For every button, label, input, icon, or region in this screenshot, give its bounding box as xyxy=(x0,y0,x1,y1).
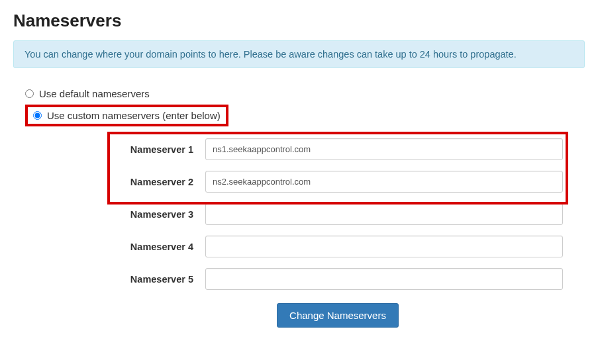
nameserver-row-3: Nameserver 3 xyxy=(113,203,563,225)
nameserver-row-5: Nameserver 5 xyxy=(113,268,563,290)
nameserver-3-label: Nameserver 3 xyxy=(113,209,205,220)
nameserver-1-input[interactable] xyxy=(205,138,563,160)
nameserver-row-2: Nameserver 2 xyxy=(113,171,563,193)
radio-custom-label: Use custom nameservers (enter below) xyxy=(47,110,221,121)
nameserver-2-input[interactable] xyxy=(205,171,563,193)
highlight-custom-option: Use custom nameservers (enter below) xyxy=(25,105,228,126)
nameserver-form: Nameserver 1 Nameserver 2 Nameserver 3 N… xyxy=(113,138,563,328)
nameserver-row-4: Nameserver 4 xyxy=(113,236,563,257)
nameserver-4-input[interactable] xyxy=(205,236,563,257)
nameserver-4-label: Nameserver 4 xyxy=(113,242,205,252)
submit-row: Change Nameservers xyxy=(113,303,563,328)
radio-default-input[interactable] xyxy=(25,89,34,98)
page-title: Nameservers xyxy=(13,11,585,31)
nameserver-3-input[interactable] xyxy=(205,203,563,225)
nameserver-row-1: Nameserver 1 xyxy=(113,138,563,160)
nameserver-5-label: Nameserver 5 xyxy=(113,274,205,285)
nameserver-5-input[interactable] xyxy=(205,268,563,290)
nameserver-2-label: Nameserver 2 xyxy=(113,177,205,187)
nameserver-mode-radio-group: Use default nameservers Use custom names… xyxy=(25,88,585,138)
radio-default-nameservers[interactable]: Use default nameservers xyxy=(25,88,585,99)
radio-custom-input[interactable] xyxy=(33,111,42,120)
change-nameservers-button[interactable]: Change Nameservers xyxy=(277,303,399,328)
nameserver-1-label: Nameserver 1 xyxy=(113,144,205,155)
radio-custom-nameservers[interactable]: Use custom nameservers (enter below) xyxy=(33,110,221,121)
info-alert: You can change where your domain points … xyxy=(13,40,585,68)
radio-default-label: Use default nameservers xyxy=(39,88,150,99)
